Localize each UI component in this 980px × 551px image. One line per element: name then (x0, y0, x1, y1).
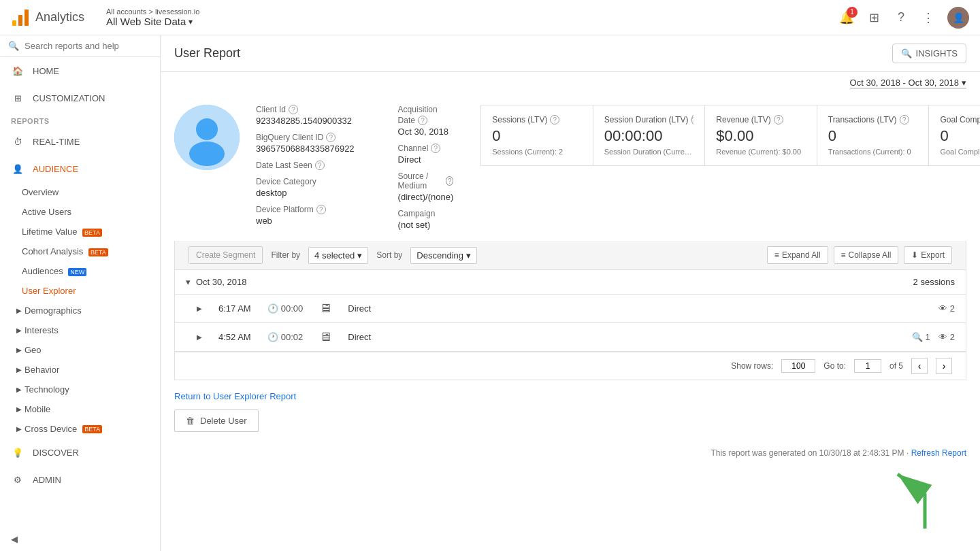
analytics-logo (11, 8, 30, 27)
date-seen-help-icon[interactable]: ? (315, 161, 325, 170)
client-id-help-icon[interactable]: ? (289, 105, 298, 114)
clock-icon: 🕐 (267, 303, 278, 314)
sidebar-item-audiences[interactable]: Audiences NEW (0, 261, 160, 281)
sidebar-item-technology[interactable]: ▶ Technology (0, 380, 160, 399)
channel-help-icon[interactable]: ? (431, 144, 440, 153)
channel-row: Channel ? Direct (398, 144, 454, 165)
table-row[interactable]: ▶ 6:17 AM 🕐 00:00 🖥 Direct 👁 2 (175, 295, 966, 323)
svg-point-5 (189, 141, 225, 166)
sidebar-item-customization[interactable]: ⊞ CUSTOMIZATION (0, 84, 160, 112)
svg-rect-0 (12, 20, 16, 26)
collapse-sidebar-button[interactable]: ◀ (0, 527, 160, 551)
svg-rect-2 (24, 10, 29, 26)
admin-icon: ⚙ (11, 473, 24, 486)
metric-2-help[interactable]: ? (774, 115, 783, 124)
bigquery-help-icon[interactable]: ? (326, 133, 336, 142)
sidebar-label-audience: AUDIENCE (33, 164, 78, 174)
device-platform-row: Device Platform ? web (256, 205, 355, 226)
metric-session-duration: Session Duration (LTV) ? 00:00:00 Sessio… (593, 105, 706, 165)
device-platform-help-icon[interactable]: ? (316, 205, 326, 214)
device-category-value: desktop (256, 188, 355, 198)
sidebar-item-home[interactable]: 🏠 HOME (0, 57, 160, 84)
next-page-button[interactable]: › (936, 358, 952, 374)
sidebar-item-cohort-analysis[interactable]: Cohort Analysis BETA (0, 241, 160, 261)
sidebar-item-demographics[interactable]: ▶ Demographics (0, 301, 160, 320)
discover-icon: 💡 (11, 446, 24, 459)
app-title: Analytics (35, 10, 84, 24)
go-to-page-input[interactable] (854, 359, 881, 373)
metric-0-help[interactable]: ? (550, 115, 559, 124)
metric-1-help[interactable]: ? (691, 115, 694, 124)
show-rows-input[interactable] (781, 359, 815, 373)
chevron-right-icon-4: ▶ (16, 366, 22, 373)
device-category-label: Device Category (256, 177, 316, 186)
sidebar-item-lifetime-value[interactable]: Lifetime Value BETA (0, 222, 160, 241)
sidebar-label-realtime: REAL-TIME (33, 137, 80, 147)
sidebar-item-user-explorer[interactable]: User Explorer (0, 281, 160, 301)
filter-actions-right: ≡ Expand All ≡ Collapse All ⬇ Export (767, 246, 952, 264)
sidebar-item-realtime[interactable]: ⏱ REAL-TIME (0, 128, 160, 155)
home-icon: 🏠 (11, 64, 24, 78)
acquisition-date-help-icon[interactable]: ? (418, 116, 427, 125)
sort-by-selector[interactable]: Descending ▾ (410, 247, 477, 264)
return-to-explorer-link[interactable]: Return to User Explorer Report (174, 391, 966, 401)
content-area: User Report 🔍 INSIGHTS Oct 30, 2018 - Oc… (161, 35, 980, 551)
eye-icon-2: 👁 (938, 332, 947, 342)
session-time-2: 4:52 AM (218, 332, 251, 342)
sidebar-item-geo[interactable]: ▶ Geo (0, 340, 160, 360)
date-range-selector[interactable]: Oct 30, 2018 - Oct 30, 2018 ▾ (850, 78, 966, 88)
chevron-right-icon-2: ▶ (16, 327, 22, 334)
user-avatar[interactable]: 👤 (947, 7, 969, 29)
metric-3-help[interactable]: ? (900, 115, 909, 124)
refresh-report-link[interactable]: Refresh Report (911, 448, 966, 458)
source-medium-label: Source / Medium (398, 171, 444, 190)
report-generated-text: This report was generated on 10/30/18 at… (710, 448, 911, 458)
lifetime-value-badge: BETA (82, 229, 102, 237)
sort-chevron-icon: ▾ (466, 250, 471, 261)
metric-0-sub: Sessions (Current): 2 (492, 148, 582, 156)
device-platform-value: web (256, 216, 355, 226)
sidebar-item-interests[interactable]: ▶ Interests (0, 320, 160, 340)
sidebar-item-mobile[interactable]: ▶ Mobile (0, 399, 160, 419)
campaign-label: Campaign (398, 209, 436, 218)
source-medium-help-icon[interactable]: ? (446, 176, 453, 186)
apps-grid-icon[interactable]: ⊞ (866, 10, 882, 26)
source-medium-value: (direct)/(none) (398, 192, 454, 202)
metric-3-sub: Transactions (Current): 0 (828, 148, 918, 156)
sidebar-item-cross-device[interactable]: ▶ Cross Device BETA (0, 419, 160, 439)
session-date-row[interactable]: ▾ Oct 30, 2018 2 sessions (175, 270, 966, 295)
sidebar-item-admin[interactable]: ⚙ ADMIN (0, 466, 160, 493)
insights-button[interactable]: 🔍 INSIGHTS (892, 44, 966, 63)
expand-all-button[interactable]: ≡ Expand All (767, 246, 828, 264)
session-expand-icon: ▶ (197, 305, 202, 312)
channel-label: Channel (398, 144, 429, 153)
filter-by-selector[interactable]: 4 selected ▾ (308, 247, 368, 264)
notification-bell-icon[interactable]: 🔔 1 (838, 10, 855, 26)
session-device-2: 🖥 (319, 330, 331, 344)
prev-page-button[interactable]: ‹ (911, 358, 928, 374)
collapse-all-button[interactable]: ≡ Collapse All (834, 246, 899, 264)
sidebar-item-overview[interactable]: Overview (0, 182, 160, 202)
session-time-1: 6:17 AM (218, 303, 251, 314)
export-button[interactable]: ⬇ Export (904, 246, 952, 264)
table-row[interactable]: ▶ 4:52 AM 🕐 00:02 🖥 Direct 🔍 1 👁 (175, 323, 966, 352)
sidebar-item-behavior[interactable]: ▶ Behavior (0, 360, 160, 380)
create-segment-button[interactable]: Create Segment (189, 246, 263, 264)
search-input[interactable] (24, 41, 152, 51)
account-name[interactable]: All Web Site Data ▾ (106, 16, 199, 27)
sidebar-item-audience[interactable]: 👤 AUDIENCE (0, 155, 160, 182)
sidebar-item-discover[interactable]: 💡 DISCOVER (0, 439, 160, 466)
session-hits-2: 🔍 1 (912, 332, 930, 342)
account-selector[interactable]: All accounts > livesession.io All Web Si… (106, 7, 199, 27)
more-options-icon[interactable]: ⋮ (920, 10, 936, 26)
date-range-chevron-icon: ▾ (962, 78, 966, 88)
delete-user-button[interactable]: 🗑 Delete User (174, 410, 259, 432)
content-header: User Report 🔍 INSIGHTS (161, 35, 980, 72)
insights-icon: 🔍 (901, 48, 912, 59)
search-bar[interactable]: 🔍 (0, 35, 160, 57)
metric-4-value: 0 (940, 127, 980, 145)
metric-sessions-ltv: Sessions (LTV) ? 0 Sessions (Current): 2 (481, 105, 593, 165)
help-icon[interactable]: ? (893, 10, 909, 26)
chevron-right-icon-3: ▶ (16, 346, 22, 354)
sidebar-item-active-users[interactable]: Active Users (0, 202, 160, 222)
